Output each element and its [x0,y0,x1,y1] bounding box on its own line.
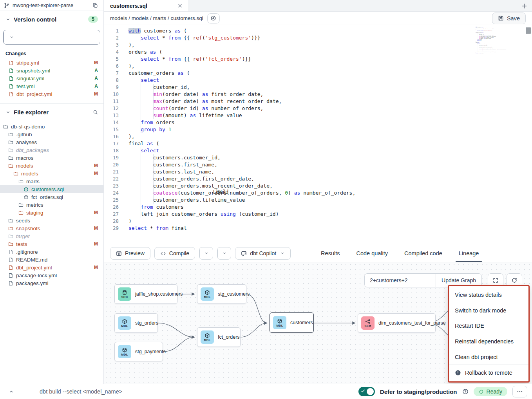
tree-item-customers.sql[interactable]: customers.sql [0,185,103,193]
tree-item-label: customers.sql [31,186,64,192]
model-icon: MDL [273,316,286,329]
tree-item-label: models [21,171,38,177]
tab-lineage[interactable]: Lineage [459,245,479,262]
change-item[interactable]: singular.yml A [0,74,103,82]
tree-item-target[interactable]: target [0,232,103,240]
status-badge: M [94,210,98,215]
tree-item-label: tests [16,241,27,247]
tree-item-analyses[interactable]: analyses [0,138,103,146]
expand-console-button[interactable] [9,389,14,394]
main-panel: customers.sql models / models / marts / … [104,0,532,384]
copy-icon[interactable] [92,3,98,8]
line-number: 2 [104,34,119,42]
model-icon: MDL [118,345,131,358]
tab-compiled-code[interactable]: Compiled code [404,245,442,262]
tree-item-models[interactable]: models M [0,170,103,177]
tree-item-models[interactable]: models M [0,162,103,170]
dag-node-dim_customers_test_for_parse[interactable]: SEM dim_customers_test_for_parse [358,313,436,333]
tree-item-fct_orders.sql[interactable]: fct_orders.sql [0,193,103,201]
search-icon[interactable] [93,110,98,115]
change-file-name: stripe.yml [16,60,39,66]
tree-item-macros[interactable]: macros [0,154,103,162]
line-number: 16 [104,133,119,140]
model-icon [24,195,29,200]
tree-item-label: target [16,233,30,239]
dag-node-label: jaffle_shop.customers [135,291,183,297]
change-item[interactable]: stripe.yml M [0,59,103,67]
chevron-down-icon[interactable] [5,17,11,22]
help-icon[interactable] [462,388,469,395]
tree-item-dbt_project.yml[interactable]: dbt_project.yml M [0,264,103,271]
line-number: 3 [104,42,119,49]
commit-options-dropdown[interactable] [4,30,19,44]
folder-icon [8,234,13,239]
status-badge: Ready [474,387,507,396]
menu-item-clean-dbt-project[interactable]: Clean dbt project [449,349,528,365]
lineage-search-input[interactable]: 2+customers+2 [365,274,436,287]
lint-button[interactable]: Lint [217,247,231,260]
dag-node-label: stg_payments [135,349,166,354]
tree-item-staging[interactable]: staging M [0,209,103,217]
menu-item-restart-ide[interactable]: Restart IDE [449,318,528,334]
tree-item-metrics[interactable]: metrics [0,201,103,209]
dag-node-stg_orders[interactable]: MDL stg_orders [114,313,158,333]
tab-customers-sql[interactable]: customers.sql [104,0,188,11]
tree-item-.github[interactable]: .github [0,130,103,138]
table-icon [116,251,122,256]
tree-item-packages.yml[interactable]: packages.yml [0,279,103,287]
model-icon [24,187,29,192]
menu-item-reinstall-dependencies[interactable]: Reinstall dependencies [449,334,528,349]
tab-results[interactable]: Results [321,245,340,262]
tree-item-label: .github [16,132,32,137]
more-options-button[interactable] [512,386,527,397]
tree-item-package-lock.yml[interactable]: package-lock.yml [0,271,103,279]
tree-item-dbt_packages[interactable]: dbt_packages [0,146,103,154]
tree-item-marts[interactable]: marts [0,177,103,185]
line-number: 20 [104,161,119,168]
tab-code-quality[interactable]: Code quality [356,245,388,262]
tree-item-db-sl-qs-demo[interactable]: db-sl-qs-demo [0,123,103,130]
line-number: 25 [104,197,119,204]
tree-item-snapshots[interactable]: snapshots M [0,224,103,232]
dag-node-fct_orders[interactable]: MDL fct_orders [197,327,241,347]
dag-node-stg_customers[interactable]: MDL stg_customers [197,284,246,304]
dag-node-jaffle_shop_customers[interactable]: SRC jaffle_shop.customers [114,284,177,304]
menu-item-rollback-to-remote[interactable]: Rollback to remote [449,365,528,381]
command-input[interactable]: dbt build --select <model_name> [40,388,122,395]
close-icon[interactable] [177,3,183,8]
change-item[interactable]: dbt_project.yml M [0,90,103,98]
dbt-cloud-ide: mwong-test-explorer-parse Version contro… [0,0,532,399]
tree-item-tests[interactable]: tests M [0,240,103,248]
folder-icon [13,171,18,176]
line-number: 19 [104,154,119,161]
defer-toggle[interactable] [358,387,375,396]
change-item[interactable]: snapshots.yml A [0,67,103,74]
tree-item-seeds[interactable]: seeds [0,217,103,224]
change-item[interactable]: test.yml A [0,82,103,90]
tree-item-.gitignore[interactable]: .gitignore [0,248,103,256]
dag-node-label: dim_customers_test_for_parse [378,320,446,326]
folder-icon [18,202,24,208]
menu-item-switch-to-dark-mode[interactable]: Switch to dark mode [449,303,528,318]
version-control-title: Version control [14,16,56,23]
tree-item-label: dbt_packages [16,147,49,153]
chevron-down-icon[interactable] [5,110,11,115]
line-number: 27 [104,211,119,218]
commit-and-sync-button[interactable]: Commit and sync [3,30,100,45]
tree-item-README.md[interactable]: README.md [0,256,103,264]
defer-label: Defer to staging/production [380,388,457,395]
file-icon [8,281,13,286]
preview-button[interactable]: Preview [110,247,150,260]
tree-item-label: macros [16,155,33,161]
git-branch-icon [4,3,9,8]
menu-item-view-status-details[interactable]: View status details [449,287,528,303]
dag-node-customers[interactable]: MDL customers [270,312,314,333]
tree-item-label: README.md [16,257,47,263]
dag-node-stg_payments[interactable]: MDL stg_payments [114,342,163,361]
compile-button[interactable]: Compile [154,247,195,260]
file-icon [9,76,14,81]
folder-icon [3,124,8,129]
tree-item-label: models [16,163,33,169]
tree-item-label: snapshots [16,226,40,231]
file-icon [9,68,14,73]
